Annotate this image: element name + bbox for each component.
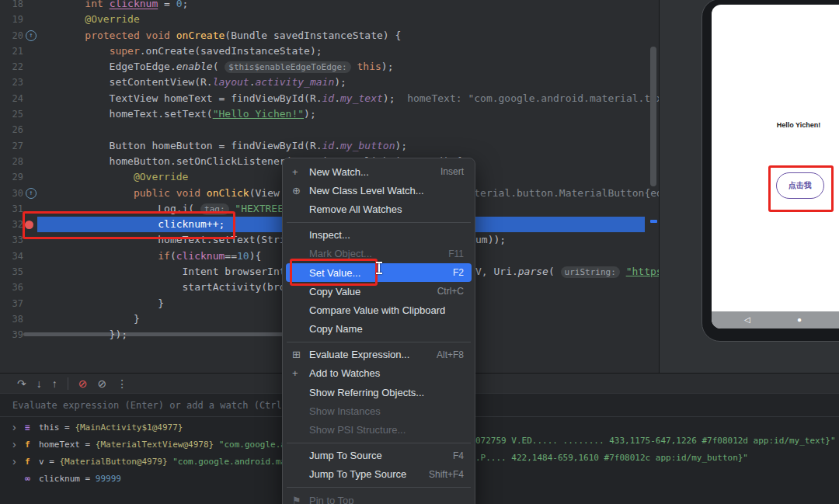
code-token: (	[548, 266, 561, 277]
breakpoint-icon[interactable]	[25, 221, 33, 229]
watch-icon: ∞	[25, 474, 39, 484]
menu-item-label: Show Referring Objects...	[309, 387, 450, 398]
menu-separator	[287, 443, 471, 443]
code-token: .	[334, 140, 340, 151]
code-line-20[interactable]: 20↑ protected void onCreate(Bundle saved…	[0, 28, 659, 43]
line-number: 30	[0, 186, 23, 201]
expand-chevron-icon[interactable]: ›	[12, 421, 25, 433]
code-token: if	[158, 250, 170, 262]
line-number: 39	[0, 327, 23, 342]
expand-chevron-icon[interactable]: ›	[12, 438, 25, 450]
code-line-25[interactable]: 25 homeText.setText("Hello Yichen!");	[0, 106, 659, 122]
menu-item-label: Inspect...	[309, 229, 450, 241]
code-token: activity_main	[255, 76, 334, 88]
menu-item-jump-to-source[interactable]: Jump To SourceF4	[286, 447, 472, 465]
parameter-hint-chip: tag:	[200, 203, 229, 215]
more-options-icon[interactable]: ⋮	[117, 377, 127, 390]
menu-item-mark-object[interactable]: Mark Object...F11	[286, 245, 472, 263]
device-frame: Hello Yichen! 点击我 ◁ ●	[701, 0, 839, 342]
expand-chevron-icon[interactable]: ›	[12, 455, 25, 468]
code-token	[170, 30, 176, 41]
code-token: =	[44, 457, 60, 467]
code-line-27[interactable]: 27 Button homeButton = findViewById(R.id…	[0, 138, 659, 154]
code-token: =	[158, 0, 176, 9]
code-token: (	[213, 61, 225, 72]
line-number: 20	[0, 28, 23, 43]
code-text: setContentView(R.layout.activity_main);	[61, 75, 659, 90]
code-token: .onCreate(savedInstanceState);	[140, 45, 322, 57]
code-line-19[interactable]: 19 @Override	[0, 12, 659, 27]
line-number: 34	[0, 249, 23, 264]
menu-item-remove-all-watches[interactable]: Remove All Watches	[286, 200, 472, 218]
android-studio-window: 18 int clicknum = 0;19 @Override20↑ prot…	[0, 0, 839, 504]
code-token: 99999	[96, 474, 121, 484]
step-into-icon[interactable]: ↓	[37, 377, 42, 390]
menu-item-shortcut: Insert	[440, 166, 464, 177]
code-line-24[interactable]: 24 TextView homeText = findViewById(R.id…	[0, 91, 659, 106]
step-out-icon[interactable]: ↑	[52, 377, 57, 390]
code-line-23[interactable]: 23 setContentView(R.layout.activity_main…	[0, 75, 659, 90]
parameter-hint-chip: uriString:	[561, 266, 620, 278]
menu-item-compare-value-with-clipboard[interactable]: Compare Value with Clipboard	[286, 301, 472, 319]
menu-item-new-watch[interactable]: +New Watch...Insert	[286, 162, 472, 181]
code-token: ;	[183, 0, 189, 9]
code-token: public	[134, 187, 170, 199]
back-icon[interactable]: ◁	[744, 315, 750, 325]
override-marker-icon[interactable]: ↑	[26, 188, 37, 199]
code-token: this	[39, 422, 60, 433]
menu-item-show-psi-structure[interactable]: Show PSI Structure...	[286, 420, 472, 439]
code-line-22[interactable]: 22 EdgeToEdge.enable( $this$enableEdgeTo…	[0, 59, 659, 75]
menu-item-shortcut: F2	[453, 267, 464, 278]
code-token: =	[80, 474, 96, 484]
scrollbar-thumb[interactable]	[650, 47, 656, 186]
menu-item-copy-value[interactable]: Copy ValueCtrl+C	[286, 282, 472, 301]
menu-item-jump-to-type-source[interactable]: Jump To Type SourceShift+F4	[286, 465, 472, 484]
menu-item-label: Copy Name	[309, 323, 450, 335]
step-over-icon[interactable]: ↷	[17, 377, 26, 390]
line-number: 28	[0, 154, 23, 169]
disable-watches-icon[interactable]: ⊘	[97, 377, 106, 390]
code-line-18[interactable]: 18 int clicknum = 0;	[0, 0, 659, 12]
menu-item-pin-to-top[interactable]: ⚑Pin to Top	[286, 491, 472, 504]
mute-breakpoints-icon[interactable]: ⊘	[78, 377, 88, 390]
object-icon: ≡	[25, 422, 39, 433]
evaluate-icon: ⊞	[292, 349, 309, 360]
code-token: onClick	[207, 187, 249, 199]
vertical-scrollbar[interactable]	[648, 0, 659, 373]
override-marker-icon[interactable]: ↑	[26, 30, 37, 41]
menu-item-label: Jump To Source	[309, 450, 439, 461]
device-click-me-button[interactable]: 点击我	[776, 172, 824, 199]
home-icon[interactable]: ●	[797, 315, 802, 325]
code-token: .P.... 422,1484-659,1610 #7f08012c app:i…	[475, 453, 748, 463]
code-token: );	[334, 76, 346, 88]
menu-item-label: New Watch...	[309, 166, 426, 178]
code-token: setContentView(R.	[61, 76, 213, 88]
menu-item-label: Mark Object...	[309, 248, 434, 259]
line-number: 29	[0, 169, 23, 185]
code-token	[61, 30, 85, 41]
line-number: 26	[0, 122, 23, 137]
menu-item-show-referring-objects[interactable]: Show Referring Objects...	[286, 383, 472, 401]
code-token: homeButton.setOnClickListener(	[61, 155, 291, 167]
line-number: 31	[0, 201, 23, 217]
code-token: my_button	[340, 140, 395, 151]
code-token: }	[61, 313, 140, 325]
code-token: id	[322, 140, 335, 151]
code-line-26[interactable]: 26	[0, 122, 659, 137]
code-token: um));	[475, 234, 506, 245]
line-number: 32	[0, 217, 23, 232]
code-line-21[interactable]: 21 super.onCreate(savedInstanceState);	[0, 43, 659, 59]
menu-item-new-class-level-watch[interactable]: ⊕New Class Level Watch...	[286, 181, 472, 200]
device-screen[interactable]: Hello Yichen! 点击我 ◁ ●	[712, 5, 839, 328]
code-token	[61, 0, 85, 9]
menu-item-show-instances[interactable]: Show Instances	[286, 401, 472, 420]
menu-item-copy-name[interactable]: Copy Name	[286, 320, 472, 339]
code-token	[103, 0, 110, 9]
menu-item-set-value[interactable]: Set Value...F2	[286, 263, 472, 282]
code-token: {MaterialTextView@4978}	[96, 440, 219, 450]
menu-item-evaluate-expression[interactable]: ⊞Evaluate Expression...Alt+F8	[286, 346, 472, 364]
menu-item-add-to-watches[interactable]: +Add to Watches	[286, 364, 472, 383]
plus-icon: +	[292, 166, 309, 178]
menu-item-inspect[interactable]: Inspect...	[286, 226, 472, 245]
menu-item-shortcut: Shift+F4	[429, 469, 464, 480]
